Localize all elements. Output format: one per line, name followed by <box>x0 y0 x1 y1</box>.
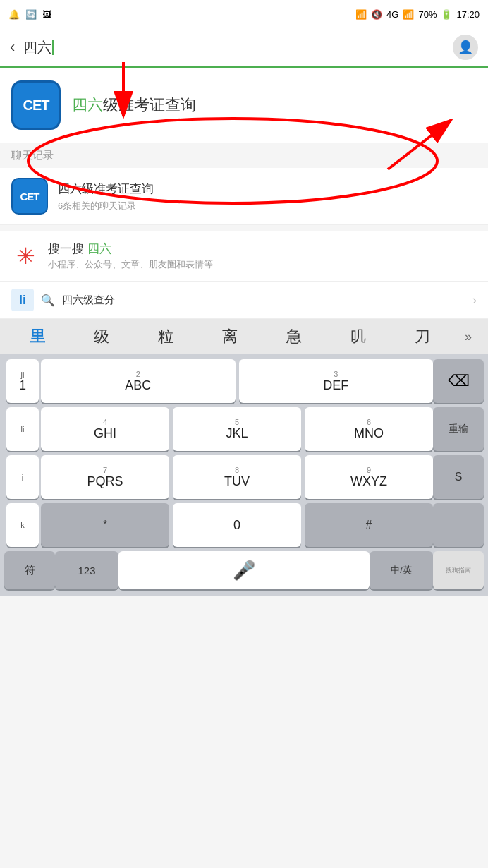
keyboard-row-1: ji 1 2 ABC 3 DEF ⌫ <box>0 357 488 405</box>
key-lang-label: 中/英 <box>391 564 412 577</box>
key-9-num: 9 <box>367 466 371 474</box>
search-avatar[interactable]: 👤 <box>453 35 478 60</box>
key-right-4[interactable] <box>433 503 484 547</box>
battery-icon: 🔋 <box>441 9 452 20</box>
key-2-abc[interactable]: 2 ABC <box>41 359 236 403</box>
candidate-char-6[interactable]: 刀 <box>390 322 454 351</box>
search-sug-text: 搜一搜 四六 小程序、公众号、文章、朋友圈和表情等 <box>48 241 213 271</box>
search-icon-small: 🔍 <box>41 294 55 307</box>
sogou-label: 搜狗指南 <box>446 566 471 575</box>
sogou-logo: 搜狗指南 <box>433 551 484 589</box>
key-li-pinyin: li <box>21 426 25 433</box>
key-s-label: S <box>455 471 463 483</box>
chongru-key[interactable]: 重输 <box>433 407 484 451</box>
candidate-more-button[interactable]: » <box>454 322 482 351</box>
search-query-text: 四六 <box>23 38 51 57</box>
delete-key[interactable]: ⌫ <box>433 359 484 403</box>
search-sug-title1: 搜一搜 <box>48 242 84 255</box>
key-3-num: 3 <box>334 370 338 378</box>
key-5-jkl[interactable]: 5 JKL <box>173 407 301 451</box>
chat-record-title: 四六级准考证查询 <box>58 181 154 197</box>
key-ji[interactable]: ji 1 <box>6 359 39 403</box>
key-lang[interactable]: 中/英 <box>370 551 433 589</box>
key-4-num: 4 <box>103 418 107 426</box>
key-8-tuv[interactable]: 8 TUV <box>173 455 301 499</box>
chat-record-item[interactable]: CET 四六级准考证查询 6条相关的聊天记录 <box>0 168 488 225</box>
key-123[interactable]: 123 <box>55 551 118 589</box>
section-label-chat: 聊天记录 <box>0 143 488 168</box>
top-suggestion-item[interactable]: CET 四六级准考证查询 <box>0 68 488 143</box>
page-wrapper: 🔔 🔄 🖼 📶 🔇 4G 📶 70% 🔋 17:20 ‹ 四六 👤 CET 四六… <box>0 0 488 596</box>
key-k-pinyin: k <box>20 522 25 529</box>
status-bar: 🔔 🔄 🖼 📶 🔇 4G 📶 70% 🔋 17:20 <box>0 0 488 28</box>
back-button[interactable]: ‹ <box>10 38 15 56</box>
chongru-label: 重输 <box>449 423 468 435</box>
status-icons-right: 📶 🔇 4G 📶 70% 🔋 17:20 <box>355 9 480 20</box>
key-7-main: PQRS <box>87 475 123 488</box>
key-9-main: WXYZ <box>350 475 387 488</box>
key-li[interactable]: li <box>6 407 39 451</box>
mute-icon: 🔇 <box>371 9 382 20</box>
key-j-pinyin: j <box>22 474 23 481</box>
key-ji-main: 1 <box>19 379 26 392</box>
pinyin-suggestion-row[interactable]: li 🔍 四六级查分 › <box>0 282 488 319</box>
key-0-main: 0 <box>233 519 240 531</box>
top-suggestion-text: 四六级准考证查询 <box>72 95 196 116</box>
key-ji-pinyin: ji <box>21 371 25 379</box>
highlight-text: 四六 <box>72 96 103 114</box>
key-8-main: TUV <box>224 475 250 488</box>
cet-logo-small: CET <box>11 178 48 215</box>
key-k[interactable]: k <box>6 503 39 547</box>
keyboard-bottom-row: 符 123 🎤 中/英 搜狗指南 <box>0 549 488 593</box>
key-2-main: ABC <box>125 379 151 392</box>
key-8-num: 8 <box>235 466 239 474</box>
key-6-main: MNO <box>354 427 384 440</box>
avatar-placeholder: 👤 <box>458 40 473 55</box>
candidate-char-4[interactable]: 急 <box>262 322 326 351</box>
signal-bars: 📶 <box>403 9 414 20</box>
chat-record-subtitle: 6条相关的聊天记录 <box>58 200 154 212</box>
key-4-main: GHI <box>94 427 116 440</box>
time-label: 17:20 <box>456 9 480 20</box>
delete-icon: ⌫ <box>448 372 470 390</box>
bell-icon: 🔔 <box>8 9 20 20</box>
suggestion-text-post: 级准考证查询 <box>103 96 196 114</box>
key-star[interactable]: * <box>41 503 169 547</box>
key-3-main: DEF <box>323 379 348 392</box>
key-fu[interactable]: 符 <box>4 551 55 589</box>
battery-label: 70% <box>418 9 437 20</box>
key-mic[interactable]: 🎤 <box>118 551 370 589</box>
key-6-mno[interactable]: 6 MNO <box>305 407 433 451</box>
key-0[interactable]: 0 <box>173 503 301 547</box>
key-j[interactable]: j <box>6 455 39 499</box>
key-7-pqrs[interactable]: 7 PQRS <box>41 455 169 499</box>
search-sug-title: 搜一搜 四六 <box>48 241 213 257</box>
candidate-char-3[interactable]: 离 <box>198 322 262 351</box>
sogou-search-icon: ✳ <box>11 242 39 270</box>
key-5-num: 5 <box>235 418 239 426</box>
key-4-ghi[interactable]: 4 GHI <box>41 407 169 451</box>
key-s[interactable]: S <box>433 455 484 499</box>
key-3-def[interactable]: 3 DEF <box>239 359 434 403</box>
candidate-char-1[interactable]: 级 <box>70 322 134 351</box>
search-input[interactable]: 四六 <box>23 38 444 57</box>
key-7-num: 7 <box>103 466 107 474</box>
chat-record-text: 四六级准考证查询 6条相关的聊天记录 <box>58 181 154 212</box>
cursor <box>52 40 54 55</box>
key-hash[interactable]: # <box>305 503 433 547</box>
chevron-right-icon: › <box>472 293 477 308</box>
key-9-wxyz[interactable]: 9 WXYZ <box>305 455 433 499</box>
top-suggestion-section: CET 四六级准考证查询 <box>0 68 488 143</box>
candidate-char-0[interactable]: 里 <box>6 322 70 351</box>
mic-icon: 🎤 <box>233 560 255 581</box>
search-suggestion-item[interactable]: ✳ 搜一搜 四六 小程序、公众号、文章、朋友圈和表情等 <box>0 231 488 282</box>
candidates-row: 里 级 粒 离 急 叽 刀 » <box>0 319 488 354</box>
search-sug-subtitle: 小程序、公众号、文章、朋友圈和表情等 <box>48 258 213 271</box>
key-fu-label: 符 <box>25 564 35 577</box>
wifi-icon: 📶 <box>355 9 367 20</box>
keyboard-row-3: j 7 PQRS 8 TUV 9 WXYZ S <box>0 453 488 501</box>
candidate-char-5[interactable]: 叽 <box>326 322 390 351</box>
candidate-char-2[interactable]: 粒 <box>134 322 198 351</box>
search-sug-highlight: 四六 <box>87 242 111 255</box>
keyboard-row-2: li 4 GHI 5 JKL 6 MNO <box>0 405 488 453</box>
